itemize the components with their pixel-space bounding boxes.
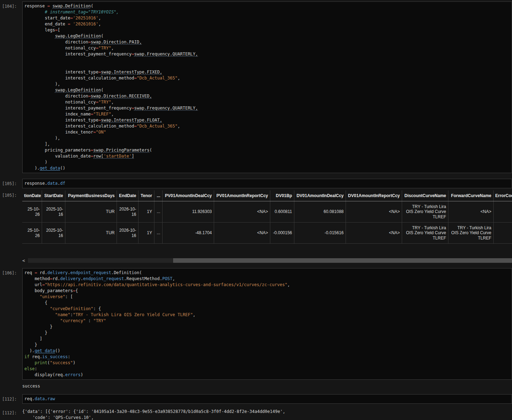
code-line: ).get_data() [24,348,510,354]
code-line: response = swap.Definition( [24,3,510,9]
code-line: ], [24,141,510,147]
output-prompt [0,258,22,260]
row-code-cell-105: [105]:response.data.df [0,179,512,188]
table-cell: 11.926303 [162,201,214,223]
code-line: ), [24,135,510,141]
code-line: } [24,324,510,330]
code-line: "currency" : "TRY" [24,318,510,324]
code-line: swap.LegDefinition( [24,87,510,93]
table-cell: 60.081088 [294,201,346,223]
code-line: interest_type=swap.InterestType.FLOAT, [24,117,510,123]
table-cell: <NA> [214,201,270,223]
code-line: response.data.df [24,181,510,187]
code-cell-112[interactable]: req.data.raw [22,394,512,404]
code-line: ), [24,81,510,87]
code-line: ) [24,159,510,165]
code-line: valuation_date=row['startDate'] [24,153,510,159]
header-row: tionDateStartDatePaymentBusinessDaysEndD… [22,190,512,201]
table-hscrollbar: < [22,258,512,263]
table-cell: -0.015616 [294,223,346,244]
table-cell: ... [154,201,162,223]
column-header: ErrorCod [493,190,512,201]
row-code-cell-106: [106]:req = rd.delivery.endpoint_request… [0,268,512,380]
scrollbar-thumb[interactable] [173,258,512,263]
code-line: else: [24,366,510,372]
table-cell: 2025-10-16 [42,223,65,244]
code-line: notional_ccy="TRY", [24,45,510,51]
column-header: PV01AmountInReportCcy [214,190,270,201]
table-row: 25-10-262025-10-16TUR2026-10-161Y...11.9… [22,201,512,223]
code-line: interest_payment_frequency=swap.Frequenc… [24,105,510,111]
table-cell: TUR [65,201,117,223]
code-cell-105[interactable]: response.data.df [22,179,512,188]
column-header: ForwardCurveName [448,190,493,201]
table-cell: TRY - Turkish Lira OIS Zero Yield Curve … [448,223,493,244]
table-cell: -0.000156 [270,223,294,244]
code-line: swap.LegDefinition( [24,33,510,39]
table-cell: 25-10-26 [22,201,42,223]
table-cell: 1Y [138,201,154,223]
code-line: print("success") [24,360,510,366]
table-cell: 25-10-26 [22,223,42,244]
output-prompt: [112]: [0,408,22,416]
code-line [24,57,510,63]
stdout-106: success [22,383,512,389]
code-line: notional_ccy="TRY", [24,99,510,105]
code-line: url="https://api.refinitiv.com/data/quan… [24,282,510,288]
table-cell: <NA> [346,201,402,223]
table-cell: TRY - Turkish Lira OIS Zero Yield Curve … [402,201,448,223]
code-line: pricing_parameters=swap.PricingParameter… [24,147,510,153]
input-prompt: [106]: [0,268,22,276]
code-line: body_parameters={ [24,288,510,294]
column-header: EndDate [117,190,138,201]
column-header: DV01AmountInDealCcy [294,190,346,201]
code-line: req = rd.delivery.endpoint_request.Defin… [24,270,510,276]
code-line: ).get_data() [24,165,510,171]
code-line: ] [24,336,510,342]
output-prompt [0,383,22,385]
row-code-cell-104: [104]:response = swap.Definition( # inst… [0,1,512,173]
column-header: PaymentBusinessDays [65,190,117,201]
code-line: method=rd.delivery.endpoint_request.Requ… [24,276,510,282]
scrollbar-track[interactable] [28,258,512,263]
code-cell-106[interactable]: req = rd.delivery.endpoint_request.Defin… [22,268,512,380]
output-line: success [22,383,512,389]
row-output-112: [112]:{'data': [{'error': {'id': '84105a… [0,408,512,420]
code-line: direction=swap.Direction.RECEIVED, [24,93,510,99]
row-code-cell-112: [112]:req.data.raw [0,394,512,404]
code-line: if req.is_success: [24,354,510,360]
scroll-left-icon[interactable]: < [22,258,28,263]
table-cell: <NA> [448,201,493,223]
row-output-table-105: [105]:tionDateStartDatePaymentBusinessDa… [0,190,512,244]
table-cell: 1Y [138,223,154,244]
code-line: index_name="TLREF", [24,111,510,117]
table-row: 25-10-262025-10-16TUR2026-10-161Y...-48.… [22,223,512,244]
code-line: index_tenor="ON" [24,129,510,135]
row-table-hscrollbar: < [0,258,512,263]
output-line: {'data': [{'error': {'id': '84105a14-3a2… [22,409,512,415]
column-header: tionDate [22,190,42,201]
code-line: # instrument_tag="TRY10YOIS", [24,9,510,15]
code-line: legs=[ [24,27,510,33]
input-prompt: [104]: [0,1,22,9]
column-header: Tenor [138,190,154,201]
column-header: StartDate [42,190,65,201]
output-line: 'code': 'QPS-Curves.10', [22,415,512,420]
row-stdout-106: success [0,383,512,389]
table-cell [493,201,512,223]
table-cell: TRY - Turkish Lira OIS Zero Yield Curve … [402,223,448,244]
table-cell: <NA> [346,223,402,244]
code-line: "curveDefinition": { [24,306,510,312]
code-cell-104[interactable]: response = swap.Definition( # instrument… [22,1,512,173]
code-line: { [24,300,510,306]
table-cell: ... [154,223,162,244]
input-prompt: [105]: [0,179,22,187]
table-cell: 2026-10-16 [117,223,138,244]
code-line: interest_calculation_method="Dcb_Actual_… [24,123,510,129]
column-header: DiscountCurveName [402,190,448,201]
output-prompt: [105]: [0,190,22,198]
table-cell: TUR [65,223,117,244]
table-cell: <NA> [214,223,270,244]
code-line: direction=swap.Direction.PAID, [24,39,510,45]
input-prompt: [112]: [0,394,22,402]
